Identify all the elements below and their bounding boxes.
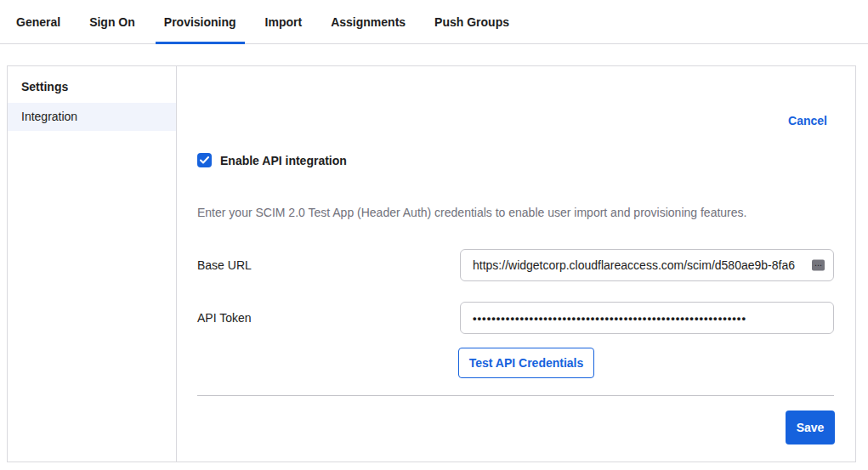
provisioning-panel: Settings Integration Cancel Enable API i… xyxy=(7,65,856,462)
save-button[interactable]: Save xyxy=(786,411,835,445)
api-token-label: API Token xyxy=(197,311,460,325)
api-token-input-wrap xyxy=(460,302,834,334)
tab-assignments[interactable]: Assignments xyxy=(322,0,414,43)
sidebar-item-integration[interactable]: Integration xyxy=(8,103,176,131)
integration-form: Cancel Enable API integration Enter your… xyxy=(177,66,855,462)
provisioning-page: General Sign On Provisioning Import Assi… xyxy=(0,0,868,470)
app-tab-bar: General Sign On Provisioning Import Assi… xyxy=(0,0,868,44)
checkmark-icon xyxy=(200,156,209,164)
base-url-label: Base URL xyxy=(197,258,460,272)
tab-sign-on[interactable]: Sign On xyxy=(81,0,144,43)
base-url-input[interactable] xyxy=(460,249,834,281)
credentials-description: Enter your SCIM 2.0 Test App (Header Aut… xyxy=(197,206,746,219)
form-footer-divider xyxy=(197,395,834,396)
test-api-credentials-button[interactable]: Test API Credentials xyxy=(458,348,594,378)
sidebar-heading: Settings xyxy=(8,66,176,103)
api-token-input[interactable] xyxy=(460,302,834,334)
tab-general[interactable]: General xyxy=(8,0,69,43)
settings-sidebar: Settings Integration xyxy=(8,66,177,462)
base-url-input-wrap: ⋯ xyxy=(460,249,834,281)
cancel-link[interactable]: Cancel xyxy=(788,114,827,127)
tab-import[interactable]: Import xyxy=(257,0,311,43)
tab-push-groups[interactable]: Push Groups xyxy=(426,0,518,43)
api-token-row: API Token xyxy=(197,302,834,334)
base-url-row: Base URL ⋯ xyxy=(197,249,834,281)
enable-api-integration-checkbox[interactable] xyxy=(197,153,212,167)
enable-api-integration-row: Enable API integration xyxy=(197,153,347,167)
enable-api-integration-label: Enable API integration xyxy=(220,154,347,167)
tab-provisioning[interactable]: Provisioning xyxy=(156,0,245,43)
